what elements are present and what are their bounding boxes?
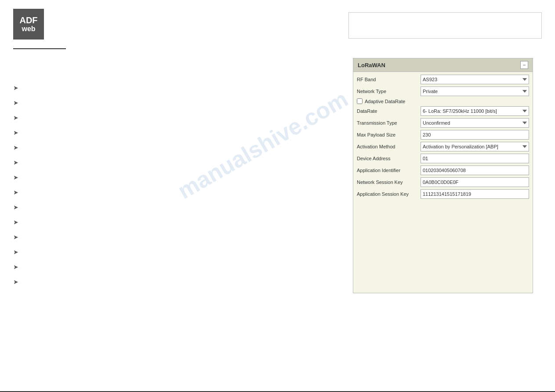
network-session-key-input[interactable]: 0A0B0C0D0E0F (421, 177, 529, 187)
header-info-box (348, 12, 542, 39)
max-payload-row: Max Payload Size 230 (357, 130, 529, 140)
application-session-key-label: Application Session Key (357, 191, 421, 197)
activation-method-label: Activation Method (357, 144, 421, 149)
list-item: ➤ (13, 219, 83, 226)
logo-line2: web (22, 25, 35, 33)
device-address-row: Device Address 01 (357, 154, 529, 163)
bullet-icon: ➤ (13, 278, 18, 285)
bullet-icon: ➤ (13, 129, 18, 136)
list-item: ➤ (13, 263, 83, 270)
bullet-icon: ➤ (13, 159, 18, 166)
network-session-key-label: Network Session Key (357, 180, 421, 185)
adaptive-datarate-row: Adaptive DataRate (357, 98, 529, 104)
rf-band-row: RF Band AS923 EU868 US915 AU915 (357, 75, 529, 84)
list-item: ➤ (13, 84, 83, 91)
bullet-icon: ➤ (13, 234, 18, 241)
logo: ADF web (13, 9, 44, 40)
list-item: ➤ (13, 248, 83, 255)
network-type-row: Network Type Private Public (357, 86, 529, 96)
device-address-label: Device Address (357, 156, 421, 161)
datarate-row: DataRate 6- LoRa: SF7/250kHz 11000 [bit/… (357, 106, 529, 116)
transmission-type-select[interactable]: Unconfirmed Confirmed (421, 118, 529, 128)
application-identifier-label: Application Identifier (357, 168, 421, 173)
panel-title: LoRaWAN (358, 62, 385, 68)
panel-body: RF Band AS923 EU868 US915 AU915 Network … (353, 72, 533, 204)
list-item: ➤ (13, 159, 83, 166)
bullet-icon: ➤ (13, 248, 18, 255)
logo-line1: ADF (19, 15, 37, 25)
network-session-key-row: Network Session Key 0A0B0C0D0E0F (357, 177, 529, 187)
bullet-icon: ➤ (13, 144, 18, 151)
bullet-icon: ➤ (13, 204, 18, 211)
rf-band-label: RF Band (357, 77, 421, 82)
right-panel: LoRaWAN − RF Band AS923 EU868 US915 AU91… (83, 58, 542, 293)
device-address-input[interactable]: 01 (421, 154, 529, 163)
rf-band-select[interactable]: AS923 EU868 US915 AU915 (421, 75, 529, 84)
list-item: ➤ (13, 129, 83, 136)
list-item: ➤ (13, 144, 83, 151)
bullet-icon: ➤ (13, 99, 18, 106)
panel-collapse-button[interactable]: − (520, 61, 528, 69)
sidebar: ➤ ➤ ➤ ➤ ➤ ➤ ➤ ➤ ➤ ➤ ➤ ➤ (13, 58, 83, 293)
adaptive-datarate-label: Adaptive DataRate (365, 99, 405, 104)
activation-method-row: Activation Method Activation by Personal… (357, 142, 529, 151)
transmission-type-row: Transmission Type Unconfirmed Confirmed (357, 118, 529, 128)
bullet-icon: ➤ (13, 263, 18, 270)
datarate-label: DataRate (357, 108, 421, 114)
application-identifier-row: Application Identifier 0102030405060708 (357, 165, 529, 175)
bullet-icon: ➤ (13, 174, 18, 181)
activation-method-select[interactable]: Activation by Personalization [ABP] Over… (421, 142, 529, 151)
header-divider (13, 48, 66, 49)
datarate-select[interactable]: 6- LoRa: SF7/250kHz 11000 [bit/s] 5- LoR… (421, 106, 529, 116)
list-item: ➤ (13, 114, 83, 121)
adaptive-datarate-checkbox[interactable] (357, 98, 363, 104)
panel-header: LoRaWAN − (353, 58, 533, 72)
bullet-icon: ➤ (13, 84, 18, 91)
list-item: ➤ (13, 174, 83, 181)
application-identifier-input[interactable]: 0102030405060708 (421, 165, 529, 175)
list-item: ➤ (13, 234, 83, 241)
list-item: ➤ (13, 204, 83, 211)
bullet-icon: ➤ (13, 219, 18, 226)
list-item: ➤ (13, 278, 83, 285)
transmission-type-label: Transmission Type (357, 120, 421, 126)
application-session-key-row: Application Session Key 1112131415151718… (357, 189, 529, 199)
application-session-key-input[interactable]: 111213141515171819 (421, 189, 529, 199)
bullet-icon: ➤ (13, 114, 18, 121)
header: ADF web (0, 0, 555, 44)
bullet-icon: ➤ (13, 189, 18, 196)
lorawan-panel: LoRaWAN − RF Band AS923 EU868 US915 AU91… (353, 58, 533, 293)
max-payload-label: Max Payload Size (357, 132, 421, 137)
max-payload-input[interactable]: 230 (421, 130, 529, 140)
network-type-select[interactable]: Private Public (421, 86, 529, 96)
main-content: ➤ ➤ ➤ ➤ ➤ ➤ ➤ ➤ ➤ ➤ ➤ ➤ (0, 58, 555, 293)
list-item: ➤ (13, 189, 83, 196)
network-type-label: Network Type (357, 89, 421, 94)
list-item: ➤ (13, 99, 83, 106)
